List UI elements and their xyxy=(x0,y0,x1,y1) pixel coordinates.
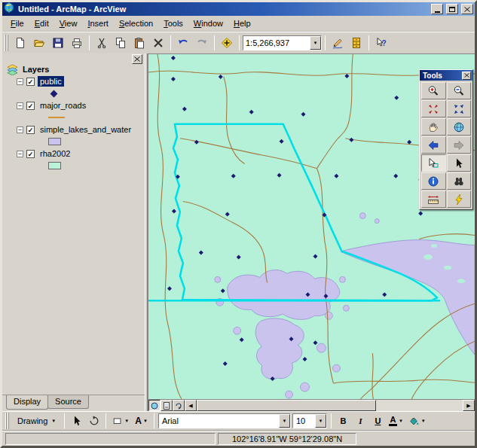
chevron-down-icon: ▼ xyxy=(143,419,148,423)
fixed-zoom-out-tool[interactable] xyxy=(447,100,472,117)
toc-root-row[interactable]: Layers xyxy=(7,63,143,75)
titlebar[interactable]: Untitled - ArcMap - ArcView xyxy=(2,2,475,16)
measure-tool[interactable] xyxy=(421,190,446,208)
layer-name-rha2002[interactable]: rha2002 xyxy=(38,148,72,159)
select-elements-button[interactable] xyxy=(69,413,84,429)
bold-button[interactable]: B xyxy=(335,413,351,429)
whats-this-button[interactable]: ? xyxy=(372,34,390,52)
copy-button[interactable] xyxy=(112,34,130,52)
print-button[interactable] xyxy=(68,34,86,52)
collapse-icon[interactable]: − xyxy=(17,126,23,133)
font-dropdown-button[interactable]: ▼ xyxy=(279,414,290,428)
pan-tool[interactable] xyxy=(421,118,446,136)
scroll-right-button[interactable]: ▶ xyxy=(463,400,475,411)
new-map-button[interactable] xyxy=(11,34,29,52)
identify-tool[interactable] xyxy=(421,172,446,190)
underline-button[interactable]: U xyxy=(370,413,386,429)
close-button[interactable] xyxy=(461,4,473,14)
layer-name-public[interactable]: public xyxy=(38,76,64,87)
menu-edit[interactable]: Edit xyxy=(29,17,54,30)
collapse-icon[interactable]: − xyxy=(17,78,23,85)
paste-button[interactable] xyxy=(130,34,148,52)
menu-insert[interactable]: Insert xyxy=(82,17,114,30)
font-color-button[interactable]: A ▼ xyxy=(387,413,405,429)
shape-tool-button[interactable]: ▼ xyxy=(110,413,131,429)
layer-row-rha2002[interactable]: − ✓ rha2002 xyxy=(17,148,143,160)
layer-checkbox[interactable]: ✓ xyxy=(26,126,35,134)
text-tool-button[interactable]: A▼ xyxy=(133,413,150,429)
font-size-value[interactable]: 10 xyxy=(293,414,315,428)
menu-view[interactable]: View xyxy=(54,17,83,30)
save-button[interactable] xyxy=(49,34,67,52)
layer-row-public[interactable]: − ✓ public xyxy=(17,75,143,87)
scale-input[interactable] xyxy=(243,36,310,50)
select-features-tool[interactable] xyxy=(421,154,446,172)
layer-checkbox[interactable]: ✓ xyxy=(26,150,35,158)
symbol-row-simple-lakes[interactable] xyxy=(48,136,143,148)
layout-view-button[interactable] xyxy=(161,400,173,411)
delete-button[interactable] xyxy=(149,34,167,52)
data-view-button[interactable] xyxy=(148,400,161,411)
horizontal-scrollbar-thumb[interactable] xyxy=(197,400,376,411)
hyperlink-tool[interactable] xyxy=(447,190,472,208)
editor-toolbar-button[interactable] xyxy=(329,34,347,52)
tab-display[interactable]: Display xyxy=(6,395,48,410)
fixed-zoom-in-tool[interactable] xyxy=(421,100,446,117)
layer-row-major-roads[interactable]: − ✓ major_roads xyxy=(17,99,143,111)
refresh-view-button[interactable] xyxy=(173,400,185,411)
font-color-letter: A xyxy=(390,416,396,423)
menu-window[interactable]: Window xyxy=(188,17,228,30)
menu-selection[interactable]: Selection xyxy=(114,17,158,30)
toolbar-separator xyxy=(170,35,171,50)
font-name[interactable]: Arial xyxy=(159,414,279,428)
select-elements-tool[interactable] xyxy=(447,154,472,172)
zoom-in-tool[interactable] xyxy=(421,82,446,99)
undo-button[interactable] xyxy=(174,34,192,52)
minimize-button[interactable] xyxy=(431,4,443,14)
collapse-icon[interactable]: − xyxy=(17,151,23,157)
font-size-dropdown-button[interactable]: ▼ xyxy=(315,414,326,428)
layer-name-simple-lakes[interactable]: simple_lakes_and_water xyxy=(38,124,133,135)
new-document-icon xyxy=(14,37,26,49)
menu-help[interactable]: Help xyxy=(228,17,256,30)
scale-dropdown-button[interactable]: ▼ xyxy=(310,36,321,50)
find-tool[interactable] xyxy=(447,172,472,190)
menu-tools[interactable]: Tools xyxy=(158,17,188,30)
symbol-row-major-roads[interactable] xyxy=(48,111,143,123)
collapse-icon[interactable]: − xyxy=(17,102,23,109)
symbol-row-public[interactable] xyxy=(48,87,143,99)
tab-source[interactable]: Source xyxy=(47,395,89,409)
full-extent-tool[interactable] xyxy=(447,118,472,136)
maximize-button[interactable] xyxy=(446,4,458,14)
horizontal-scrollbar-track[interactable] xyxy=(376,400,463,411)
open-button[interactable] xyxy=(30,34,48,52)
rotate-button[interactable] xyxy=(86,413,102,429)
fill-color-button[interactable]: ▼ xyxy=(406,413,427,429)
drawing-menu-button[interactable]: Drawing ▼ xyxy=(13,415,60,427)
go-back-extent-tool[interactable] xyxy=(421,136,446,154)
menu-file[interactable]: File xyxy=(5,17,29,30)
add-data-button[interactable] xyxy=(218,34,236,52)
go-forward-extent-tool[interactable] xyxy=(447,136,472,154)
map-canvas[interactable]: Tools xyxy=(148,54,475,399)
zoom-out-tool[interactable] xyxy=(447,82,472,99)
back-arrow-icon xyxy=(427,139,439,151)
arccatalog-button[interactable] xyxy=(347,34,365,52)
svg-text:?: ? xyxy=(381,39,386,47)
toolbar-grip[interactable] xyxy=(5,413,9,429)
layer-row-simple-lakes[interactable]: − ✓ simple_lakes_and_water xyxy=(17,123,143,136)
scroll-left-button[interactable]: ◀ xyxy=(185,400,197,411)
layer-checkbox[interactable]: ✓ xyxy=(26,102,35,110)
toolbar-grip[interactable] xyxy=(5,35,8,51)
italic-button[interactable]: I xyxy=(353,413,368,429)
toc-tabs: Display Source xyxy=(2,395,145,411)
cut-button[interactable] xyxy=(93,34,111,52)
layer-name-major-roads[interactable]: major_roads xyxy=(38,100,88,111)
symbol-row-rha2002[interactable] xyxy=(48,160,143,172)
layer-checkbox[interactable]: ✓ xyxy=(26,78,35,86)
tools-palette-close-button[interactable] xyxy=(462,72,471,80)
scroll-left-icon: ◀ xyxy=(188,403,192,409)
tools-palette-titlebar[interactable]: Tools xyxy=(420,70,472,81)
toc-close-button[interactable] xyxy=(132,54,142,64)
redo-button[interactable] xyxy=(193,34,211,52)
